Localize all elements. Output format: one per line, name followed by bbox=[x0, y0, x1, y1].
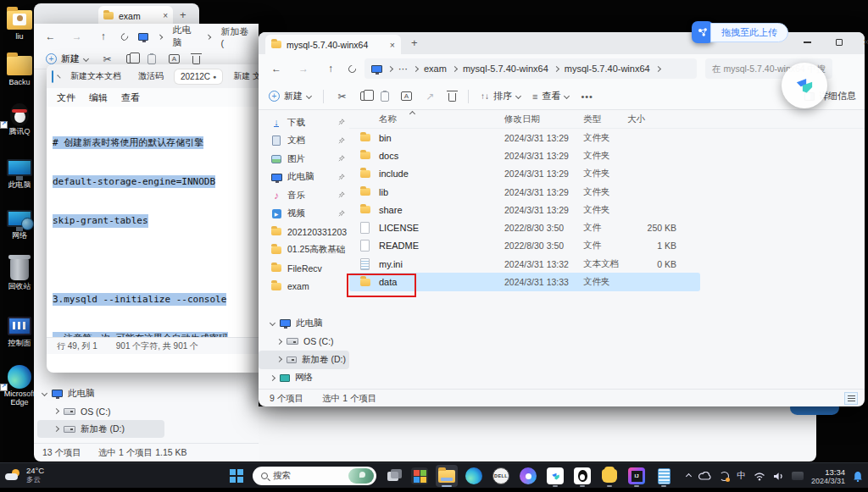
paste-icon[interactable] bbox=[147, 54, 156, 64]
tree-network[interactable]: 网络 bbox=[259, 369, 349, 388]
rename-icon[interactable]: A bbox=[401, 91, 412, 101]
column-date[interactable]: 修改日期 bbox=[504, 113, 583, 125]
tree-drive-c[interactable]: OS (C:) bbox=[259, 333, 349, 351]
yellow-app-button[interactable] bbox=[598, 465, 620, 487]
cut-icon[interactable]: ✂ bbox=[336, 90, 348, 102]
swirl-app-button[interactable] bbox=[517, 465, 539, 487]
notepad-text-area[interactable]: # 创建新表时将使用的默认存储引擎 default-storage-engine… bbox=[47, 107, 259, 337]
delete-icon[interactable] bbox=[448, 93, 456, 102]
menu-edit[interactable]: 编辑 bbox=[89, 91, 108, 104]
file-row-license[interactable]: LICENSE2022/8/30 3:50文件250 KB bbox=[349, 218, 700, 236]
todesk-button[interactable] bbox=[544, 465, 566, 487]
task-view-button[interactable] bbox=[381, 465, 403, 487]
notepad-button[interactable] bbox=[653, 465, 675, 487]
desktop-icon-this-pc[interactable]: 此电脑 bbox=[2, 155, 37, 189]
share-icon[interactable]: ↗ bbox=[424, 90, 437, 102]
tree-drive-d[interactable]: 新加卷 (D:) bbox=[259, 351, 349, 369]
tree-this-pc[interactable]: 此电脑 bbox=[37, 384, 164, 402]
file-explorer-button[interactable] bbox=[436, 465, 458, 487]
sync-icon[interactable] bbox=[720, 472, 729, 481]
desktop-icon-recycle-bin[interactable]: 回收站 bbox=[2, 257, 37, 290]
forward-button[interactable]: → bbox=[294, 63, 313, 75]
breadcrumb-exam[interactable]: exam bbox=[424, 64, 447, 74]
sidebar-item-folder-2[interactable]: 01.25高教基础 bbox=[259, 241, 349, 260]
notepad-tab-1[interactable]: 新建文本文档 bbox=[64, 68, 127, 85]
menu-view[interactable]: 查看 bbox=[121, 91, 140, 104]
upload-button[interactable]: 拖拽至此上传 bbox=[710, 23, 788, 42]
notification-bell-icon[interactable] bbox=[853, 471, 863, 482]
breadcrumb-mysql-1[interactable]: mysql-5.7.40-winx64 bbox=[463, 64, 548, 74]
close-button[interactable]: × bbox=[852, 32, 868, 53]
start-button[interactable] bbox=[225, 465, 248, 487]
file-row-docs[interactable]: docs2024/3/31 13:29文件夹 bbox=[349, 146, 700, 164]
desktop-icon-qq[interactable]: 腾讯Q bbox=[2, 102, 37, 135]
forward-button[interactable]: → bbox=[69, 30, 85, 42]
file-row-share[interactable]: share2024/3/31 13:29文件夹 bbox=[349, 201, 700, 218]
sidebar-item-videos[interactable]: ▶视频 bbox=[259, 205, 349, 224]
new-tab-button[interactable]: + bbox=[411, 36, 418, 49]
file-row-include[interactable]: include2024/3/31 13:29文件夹 bbox=[349, 165, 700, 183]
desktop-icon-edge[interactable]: Microsoft Edge bbox=[2, 364, 37, 406]
maximize-button[interactable] bbox=[825, 32, 854, 53]
breadcrumb-this-pc[interactable]: 此电脑 bbox=[172, 24, 197, 49]
minimize-button[interactable] bbox=[793, 32, 821, 53]
ime-indicator[interactable]: 中 bbox=[737, 470, 746, 482]
more-button[interactable]: ••• bbox=[581, 91, 593, 102]
sort-button[interactable]: ↑↓ 排序 bbox=[481, 90, 520, 102]
column-name[interactable]: 名称 bbox=[379, 113, 504, 125]
column-size[interactable]: 大小 bbox=[627, 113, 688, 125]
desktop-icon-liu[interactable]: liu bbox=[2, 7, 37, 41]
sidebar-item-pictures[interactable]: 图片 bbox=[259, 150, 349, 169]
sidebar-item-exam[interactable]: exam bbox=[259, 278, 349, 296]
sidebar-item-filerecv[interactable]: FileRecv bbox=[259, 259, 349, 278]
tray-expand-icon[interactable] bbox=[686, 473, 692, 478]
file-row-bin[interactable]: bin2024/3/31 13:29文件夹 bbox=[349, 129, 700, 146]
tree-this-pc[interactable]: 此电脑 bbox=[259, 314, 349, 333]
tray-app-icon[interactable] bbox=[792, 472, 804, 480]
app-tiles-button[interactable] bbox=[409, 465, 431, 487]
qq-button[interactable] bbox=[571, 465, 593, 487]
back-button[interactable]: ← bbox=[42, 30, 58, 42]
view-button[interactable]: ≡ 查看 bbox=[532, 90, 569, 102]
edge-button[interactable] bbox=[463, 465, 485, 487]
sidebar-item-downloads[interactable]: ↓下载 bbox=[259, 113, 349, 132]
tab-close-icon[interactable]: × bbox=[390, 40, 395, 50]
new-tab-button[interactable]: + bbox=[180, 8, 186, 21]
back-button[interactable]: ← bbox=[267, 63, 286, 75]
sidebar-item-folder-1[interactable]: 202120331203 bbox=[259, 223, 349, 241]
onedrive-cloud-icon[interactable] bbox=[698, 472, 712, 480]
sidebar-item-documents[interactable]: 文档 bbox=[259, 132, 349, 151]
volume-icon[interactable] bbox=[773, 472, 784, 481]
todesk-floating-button[interactable] bbox=[782, 63, 827, 108]
menu-file[interactable]: 文件 bbox=[57, 91, 75, 104]
breadcrumb-ellipsis[interactable]: ⋯ bbox=[398, 64, 408, 75]
file-row-myini[interactable]: my.ini2024/3/31 13:32文本文档0 KB bbox=[349, 255, 700, 273]
sidebar-item-music[interactable]: ♪音乐 bbox=[259, 186, 349, 205]
tab-close-icon[interactable]: × bbox=[163, 11, 168, 20]
taskbar-clock[interactable]: 13:34 2024/3/31 bbox=[811, 467, 845, 485]
notepad-tab-4[interactable]: 新建 文 bbox=[227, 68, 259, 85]
tab-mysql[interactable]: mysql-5.7.40-winx64 × bbox=[265, 35, 401, 54]
breadcrumb-mysql-2[interactable]: mysql-5.7.40-winx64 bbox=[565, 64, 650, 74]
tree-drive-d[interactable]: 新加卷 (D:) bbox=[37, 420, 164, 438]
paste-icon[interactable] bbox=[381, 91, 389, 102]
up-button[interactable]: ↑ bbox=[95, 30, 111, 42]
desktop-icon-network[interactable]: 网络 bbox=[2, 206, 37, 240]
new-button[interactable]: + 新建 bbox=[269, 90, 311, 102]
refresh-icon[interactable] bbox=[120, 31, 130, 41]
file-row-lib[interactable]: lib2024/3/31 13:29文件夹 bbox=[349, 183, 700, 201]
tree-drive-c[interactable]: OS (C:) bbox=[37, 402, 164, 420]
sidebar-item-this-pc[interactable]: 此电脑 bbox=[259, 169, 349, 187]
rename-icon[interactable]: A bbox=[169, 54, 180, 64]
copy-icon[interactable] bbox=[360, 91, 369, 101]
details-view-toggle[interactable] bbox=[844, 392, 858, 405]
notepad-tab-3[interactable]: 20212C ● bbox=[175, 69, 222, 84]
taskbar-weather-widget[interactable]: 24°C 多云 bbox=[5, 466, 44, 484]
refresh-icon[interactable] bbox=[347, 64, 358, 75]
notepad-tab-2[interactable]: 激活码 bbox=[132, 68, 170, 85]
cut-icon[interactable]: ✂ bbox=[101, 53, 114, 65]
tab-exam[interactable]: exam × bbox=[98, 6, 173, 25]
wifi-icon[interactable] bbox=[754, 472, 765, 481]
desktop-icon-control-panel[interactable]: 控制面 bbox=[2, 313, 37, 347]
dell-button[interactable]: DELL bbox=[490, 465, 512, 487]
